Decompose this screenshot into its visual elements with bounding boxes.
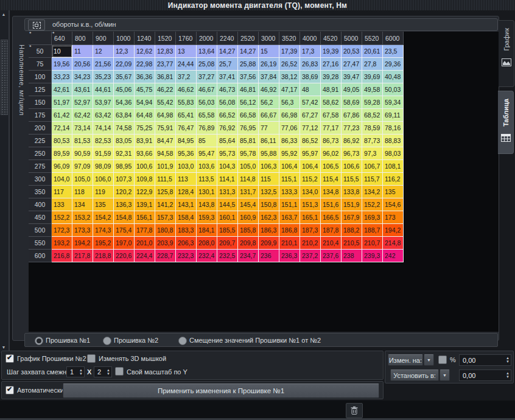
table-cell[interactable]: 67,27 xyxy=(300,109,321,122)
table-cell[interactable]: 134,8 xyxy=(321,186,342,198)
table-cell[interactable]: 104,3 xyxy=(217,160,238,173)
table-cell[interactable]: 152,2 xyxy=(362,198,383,211)
table-cell[interactable]: 66,52 xyxy=(217,109,238,122)
table-cell[interactable]: 34,23 xyxy=(72,71,93,83)
table-cell[interactable]: 12,83 xyxy=(155,45,176,58)
set-to-value-input[interactable]: 0,00 ▲▼ xyxy=(459,369,511,381)
table-cell[interactable]: 122,9 xyxy=(135,186,155,198)
row-header[interactable]: 250 xyxy=(29,147,52,160)
table-cell[interactable]: 100,6 xyxy=(135,160,155,173)
table-cell[interactable]: 36,36 xyxy=(135,71,155,83)
table-cell[interactable]: 177,8 xyxy=(135,224,155,237)
table-cell[interactable]: 206,3 xyxy=(176,237,197,250)
table-cell[interactable]: 64,48 xyxy=(135,109,155,122)
table-cell[interactable]: 145,4 xyxy=(238,198,259,211)
table-cell[interactable]: 237,6 xyxy=(321,250,342,262)
table-cell[interactable]: 20,61 xyxy=(362,45,383,58)
graph-fw2-checkbox[interactable] xyxy=(5,354,14,363)
table-cell[interactable]: 91,59 xyxy=(93,147,114,160)
table-cell[interactable]: 36,81 xyxy=(155,71,176,83)
column-header[interactable]: 2240 xyxy=(217,32,238,45)
table-cell[interactable]: 232,5 xyxy=(217,250,238,262)
table-cell[interactable]: 216,8 xyxy=(52,250,72,262)
table-cell[interactable]: 66,58 xyxy=(238,109,259,122)
table-cell[interactable]: 23,5 xyxy=(383,45,404,58)
row-header[interactable]: 100 xyxy=(29,71,52,83)
radio-firmware-2[interactable] xyxy=(103,337,111,345)
table-cell[interactable]: 85,64 xyxy=(217,135,238,147)
table-cell[interactable]: 17,3 xyxy=(300,45,321,58)
table-cell[interactable]: 172,3 xyxy=(52,224,72,237)
table-cell[interactable]: 106,5 xyxy=(321,160,342,173)
table-cell[interactable]: 62,42 xyxy=(72,109,93,122)
table-cell[interactable]: 224,4 xyxy=(135,250,155,262)
table-cell[interactable]: 203,9 xyxy=(155,237,176,250)
table-cell[interactable]: 53,97 xyxy=(93,96,114,109)
table-cell[interactable]: 85,81 xyxy=(238,135,259,147)
table-cell[interactable]: 78,59 xyxy=(362,122,383,135)
table-cell[interactable]: 77,12 xyxy=(300,122,321,135)
table-cell[interactable]: 46,73 xyxy=(217,83,238,96)
table-cell[interactable]: 237,2 xyxy=(300,250,321,262)
table-cell[interactable]: 152,2 xyxy=(52,211,72,224)
table-cell[interactable]: 68,52 xyxy=(362,109,383,122)
table-cell[interactable]: 141,2 xyxy=(155,198,176,211)
table-cell[interactable]: 208,0 xyxy=(197,237,217,250)
table-cell[interactable]: 115 xyxy=(259,173,279,186)
table-cell[interactable]: 76,95 xyxy=(238,122,259,135)
table-cell[interactable]: 134,2 xyxy=(362,186,383,198)
table-cell[interactable]: 210,7 xyxy=(362,237,383,250)
table-cell[interactable]: 113 xyxy=(176,173,197,186)
column-header[interactable]: 1240 xyxy=(135,32,155,45)
row-header[interactable]: 225 xyxy=(29,135,52,147)
table-cell[interactable]: 169,3 xyxy=(362,211,383,224)
auto-checkbox[interactable] xyxy=(5,386,14,394)
table-cell[interactable]: 97,3 xyxy=(362,147,383,160)
table-cell[interactable]: 143,8 xyxy=(197,198,217,211)
table-cell[interactable]: 44,61 xyxy=(93,83,114,96)
table-cell[interactable]: 59,28 xyxy=(362,96,383,109)
table-cell[interactable]: 106,4 xyxy=(300,160,321,173)
table-cell[interactable]: 210,5 xyxy=(342,237,362,250)
table-cell[interactable]: 106,3 xyxy=(259,160,279,173)
table-cell[interactable]: 95,88 xyxy=(259,147,279,160)
column-header[interactable]: 1760 xyxy=(176,32,197,45)
table-cell[interactable]: 106,7 xyxy=(362,160,383,173)
table-cell[interactable]: 26,83 xyxy=(300,58,321,71)
table-cell[interactable]: 75,25 xyxy=(135,122,155,135)
table-cell[interactable]: 81,53 xyxy=(72,135,93,147)
table-cell[interactable]: 150,8 xyxy=(259,198,279,211)
row-header[interactable]: 200 xyxy=(29,122,52,135)
table-cell[interactable]: 154,2 xyxy=(93,211,114,224)
table-cell[interactable]: 236,3 xyxy=(279,250,300,262)
table-cell[interactable]: 46,62 xyxy=(176,83,197,96)
table-cell[interactable]: 115,5 xyxy=(342,173,362,186)
table-cell[interactable]: 14,27 xyxy=(217,45,238,58)
row-header[interactable]: 450 xyxy=(29,211,52,224)
table-cell[interactable]: 12,3 xyxy=(114,45,135,58)
table-cell[interactable]: 73,14 xyxy=(72,122,93,135)
table-cell[interactable]: 159,3 xyxy=(197,211,217,224)
table-cell[interactable]: 95,78 xyxy=(238,147,259,160)
table-cell[interactable]: 165,1 xyxy=(300,211,321,224)
table-cell[interactable]: 105,0 xyxy=(72,173,93,186)
table-cell[interactable]: 85 xyxy=(197,135,217,147)
table-cell[interactable]: 113,5 xyxy=(197,173,217,186)
table-cell[interactable]: 96,09 xyxy=(52,160,72,173)
table-cell[interactable]: 55,83 xyxy=(176,96,197,109)
table-cell[interactable]: 38,69 xyxy=(300,71,321,83)
table-cell[interactable]: 128,4 xyxy=(176,186,197,198)
table-cell[interactable]: 25,88 xyxy=(238,58,259,71)
table-cell[interactable]: 185,8 xyxy=(238,224,259,237)
table-cell[interactable]: 106,6 xyxy=(342,160,362,173)
table-cell[interactable]: 195,2 xyxy=(93,237,114,250)
table-cell[interactable]: 232,4 xyxy=(197,250,217,262)
table-cell[interactable]: 37,84 xyxy=(259,71,279,83)
table-cell[interactable]: 119 xyxy=(93,186,114,198)
stepper-arrows-icon[interactable]: ▲▼ xyxy=(78,369,84,376)
table-cell[interactable]: 101,9 xyxy=(155,160,176,173)
table-cell[interactable]: 106,0 xyxy=(93,173,114,186)
row-header[interactable]: 600 xyxy=(29,250,52,262)
table-cell[interactable]: 38,12 xyxy=(279,71,300,83)
column-header[interactable]: 800 xyxy=(72,32,93,45)
